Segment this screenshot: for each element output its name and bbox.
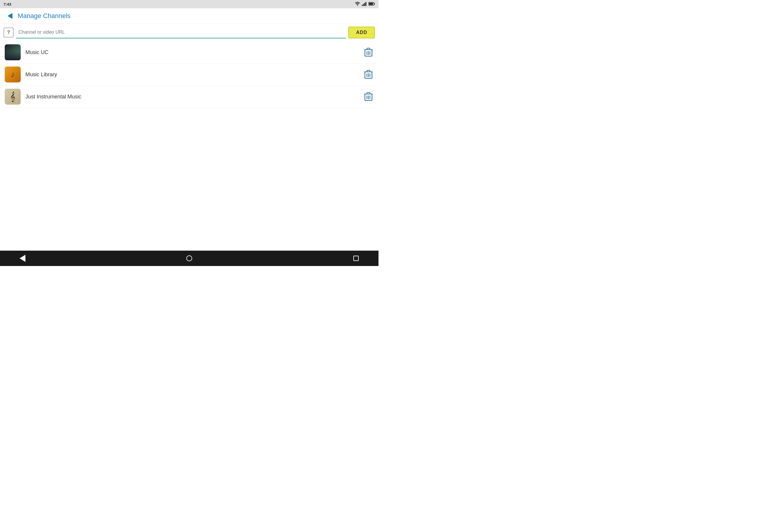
nav-recents-icon <box>353 256 359 261</box>
svg-rect-21 <box>367 93 370 94</box>
svg-rect-6 <box>369 3 373 5</box>
channel-name-music-uc: Music UC <box>25 49 363 56</box>
channel-name-instrumental: Just Instrumental Music <box>25 94 363 100</box>
status-icons <box>355 2 375 7</box>
svg-rect-1 <box>363 4 364 6</box>
bottom-nav <box>0 251 378 266</box>
page-title: Manage Channels <box>18 12 71 20</box>
channel-list: Music UC Music Library <box>0 42 378 108</box>
add-button[interactable]: ADD <box>348 27 375 39</box>
channel-thumbnail-music-uc <box>5 44 21 60</box>
svg-rect-9 <box>367 48 370 50</box>
svg-rect-0 <box>362 5 363 6</box>
delete-button-instrumental[interactable] <box>363 91 374 102</box>
channel-thumbnail-instrumental <box>5 89 21 104</box>
battery-icon <box>369 2 375 7</box>
wifi-icon <box>355 2 360 7</box>
nav-home-icon <box>186 255 192 261</box>
nav-back-button[interactable] <box>18 253 27 263</box>
channel-item: Music UC <box>0 42 378 64</box>
signal-icon <box>362 2 367 7</box>
svg-rect-5 <box>374 3 375 4</box>
svg-rect-15 <box>367 70 370 72</box>
channel-thumbnail-music-library <box>5 67 21 82</box>
delete-button-music-library[interactable] <box>363 69 374 80</box>
status-bar: 7:43 <box>0 0 378 8</box>
back-button[interactable] <box>5 11 15 21</box>
nav-home-button[interactable] <box>185 253 194 263</box>
url-input[interactable] <box>16 27 346 39</box>
help-button[interactable]: ? <box>4 27 14 38</box>
channel-item: Music Library <box>0 64 378 86</box>
svg-rect-2 <box>364 3 365 6</box>
status-time: 7:43 <box>4 2 11 7</box>
channel-item: Just Instrumental Music <box>0 86 378 108</box>
nav-recents-button[interactable] <box>351 253 361 263</box>
channel-name-music-library: Music Library <box>25 72 363 78</box>
back-arrow-icon <box>8 13 13 19</box>
search-area: ? ADD <box>0 24 378 42</box>
svg-rect-3 <box>366 2 366 6</box>
help-label: ? <box>7 30 10 35</box>
nav-back-icon <box>19 255 25 262</box>
delete-button-music-uc[interactable] <box>363 47 374 58</box>
app-header: Manage Channels <box>0 8 378 24</box>
